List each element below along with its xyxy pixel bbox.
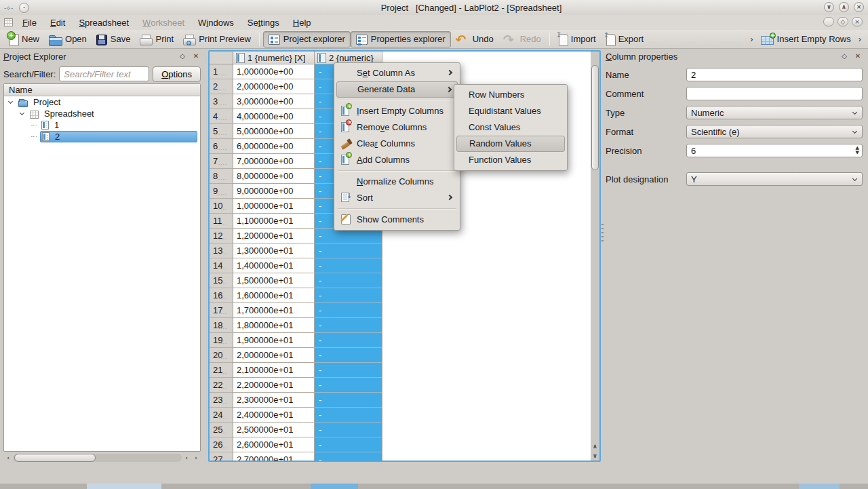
scroll-right-icon[interactable]: ›: [191, 454, 201, 462]
minimize-button[interactable]: ∨: [824, 2, 834, 12]
row-header[interactable]: 6: [210, 139, 233, 154]
row-header[interactable]: 21: [210, 363, 233, 378]
cell-column-1[interactable]: 2,200000e+01: [233, 378, 315, 393]
cell-column-1[interactable]: 4,000000e+00: [233, 109, 315, 124]
mdi-close-button[interactable]: ×: [852, 17, 863, 26]
cell-column-1[interactable]: 1,600000e+01: [233, 288, 315, 303]
toolbar-overflow-icon[interactable]: ›: [747, 34, 755, 44]
close-button[interactable]: ×: [854, 2, 864, 12]
cell-column-1[interactable]: 1,300000e+01: [233, 243, 315, 258]
cell-column-1[interactable]: 2,000000e+00: [233, 79, 315, 94]
mdi-float-button[interactable]: ◇: [837, 17, 848, 26]
print-preview-button[interactable]: Print Preview: [178, 31, 256, 47]
column-header-1[interactable]: 1 {numeric} [X]: [233, 52, 315, 64]
mdi-restore-button[interactable]: [823, 17, 834, 26]
cell-column-1[interactable]: 2,000000e+01: [233, 348, 315, 363]
menu-item-insert-empty-columns[interactable]: Insert Empty Columns: [336, 103, 458, 119]
vertical-scrollbar[interactable]: ∧ ∨: [591, 52, 599, 461]
cell-column-1[interactable]: 7,000000e+00: [233, 154, 315, 169]
cell-column-2-selected[interactable]: -: [315, 363, 382, 378]
row-header[interactable]: 16: [210, 288, 233, 303]
close-panel-icon[interactable]: ✕: [853, 52, 863, 61]
cell-column-1[interactable]: 1,800000e+01: [233, 318, 315, 333]
dock-splitter-handle[interactable]: [601, 224, 604, 241]
row-header[interactable]: 26: [210, 437, 233, 452]
row-header[interactable]: 25: [210, 423, 233, 437]
row-header[interactable]: 20: [210, 348, 233, 363]
scrollbar-thumb[interactable]: [14, 454, 96, 462]
row-header[interactable]: 8: [210, 169, 233, 184]
cell-column-1[interactable]: 1,400000e+01: [233, 258, 315, 273]
cell-column-2-selected[interactable]: -: [315, 333, 382, 348]
row-header[interactable]: 4: [210, 109, 233, 124]
cell-column-2-selected[interactable]: -: [315, 378, 382, 393]
row-header[interactable]: 7: [210, 154, 233, 169]
menu-item-add-columns[interactable]: Add Columns: [336, 152, 458, 168]
toolbar-overflow-icon[interactable]: ›: [856, 34, 864, 44]
menu-item-generate-data[interactable]: Generate Data: [336, 81, 458, 98]
name-field[interactable]: [686, 68, 863, 81]
new-button[interactable]: New: [4, 31, 44, 47]
cell-column-2-selected[interactable]: -: [315, 318, 382, 333]
menu-edit[interactable]: Edit: [43, 16, 72, 29]
cell-column-1[interactable]: 2,600000e+01: [233, 437, 315, 452]
cell-column-1[interactable]: 5,000000e+00: [233, 124, 315, 139]
options-button[interactable]: Options: [153, 66, 201, 82]
cell-column-1[interactable]: 1,900000e+01: [233, 333, 315, 348]
menu-item-show-comments[interactable]: Show Comments: [336, 212, 458, 228]
expander-icon[interactable]: [8, 100, 14, 105]
row-header[interactable]: 15: [210, 273, 233, 288]
insert-empty-rows-button[interactable]: Insert Empty Rows: [756, 31, 856, 47]
row-header[interactable]: 27: [210, 452, 233, 462]
row-header[interactable]: 11: [210, 214, 233, 229]
export-button[interactable]: Export: [601, 31, 649, 47]
scroll-left-icon[interactable]: ‹: [182, 454, 191, 462]
row-header[interactable]: 5: [210, 124, 233, 139]
menu-item-normalize-columns[interactable]: Normalize Columns: [336, 174, 458, 190]
row-header[interactable]: 12: [210, 229, 233, 243]
cell-column-1[interactable]: 3,000000e+00: [233, 94, 315, 109]
row-header[interactable]: 10: [210, 199, 233, 214]
row-header[interactable]: 13: [210, 243, 233, 258]
row-header[interactable]: 1: [210, 64, 233, 79]
open-button[interactable]: Open: [44, 31, 92, 47]
menu-worksheet[interactable]: Worksheet: [136, 16, 191, 29]
cell-column-2-selected[interactable]: -: [315, 452, 382, 462]
cell-column-1[interactable]: 2,500000e+01: [233, 423, 315, 437]
cell-column-1[interactable]: 6,000000e+00: [233, 139, 315, 154]
cell-column-1[interactable]: 1,200000e+01: [233, 229, 315, 243]
cell-column-2-selected[interactable]: -: [315, 273, 382, 288]
redo-button[interactable]: Redo: [498, 31, 546, 47]
scroll-up-icon[interactable]: ∧: [591, 442, 599, 451]
search-input[interactable]: [59, 66, 149, 81]
expander-icon[interactable]: [20, 111, 25, 117]
type-select[interactable]: Numeric: [686, 106, 863, 119]
cell-column-2-selected[interactable]: -: [315, 423, 382, 437]
row-header[interactable]: 2: [210, 79, 233, 94]
scroll-left-icon[interactable]: ‹: [3, 454, 13, 462]
scrollbar-thumb[interactable]: [591, 65, 599, 170]
menu-item-clear-columns[interactable]: Clear Columns: [336, 136, 458, 152]
float-panel-icon[interactable]: ◇: [840, 52, 849, 61]
cell-column-2-selected[interactable]: -: [315, 437, 382, 452]
tree-item-1[interactable]: 1: [4, 119, 200, 131]
tree-item-project[interactable]: Project: [4, 96, 200, 108]
row-header[interactable]: 17: [210, 303, 233, 318]
menu-item-sort[interactable]: Sort: [336, 190, 458, 206]
import-button[interactable]: Import: [553, 31, 601, 47]
cell-column-2-selected[interactable]: -: [315, 303, 382, 318]
menu-item-const-values[interactable]: Const Values: [456, 119, 565, 136]
cell-column-1[interactable]: 1,500000e+01: [233, 273, 315, 288]
row-header[interactable]: 19: [210, 333, 233, 348]
row-header[interactable]: 9: [210, 184, 233, 199]
maximize-button[interactable]: ∧: [839, 2, 849, 12]
save-button[interactable]: Save: [92, 31, 136, 47]
cell-column-2-selected[interactable]: -: [315, 393, 382, 408]
cell-column-2-selected[interactable]: -: [315, 408, 382, 423]
undo-button[interactable]: Undo: [451, 31, 498, 47]
horizontal-scrollbar[interactable]: ‹ ‹ ›: [3, 453, 201, 463]
menu-item-equidistant-values[interactable]: Equidistant Values: [456, 103, 565, 119]
cell-column-2-selected[interactable]: -: [315, 288, 382, 303]
menu-windows[interactable]: Windows: [191, 16, 241, 29]
scroll-down-icon[interactable]: ∨: [591, 451, 599, 461]
